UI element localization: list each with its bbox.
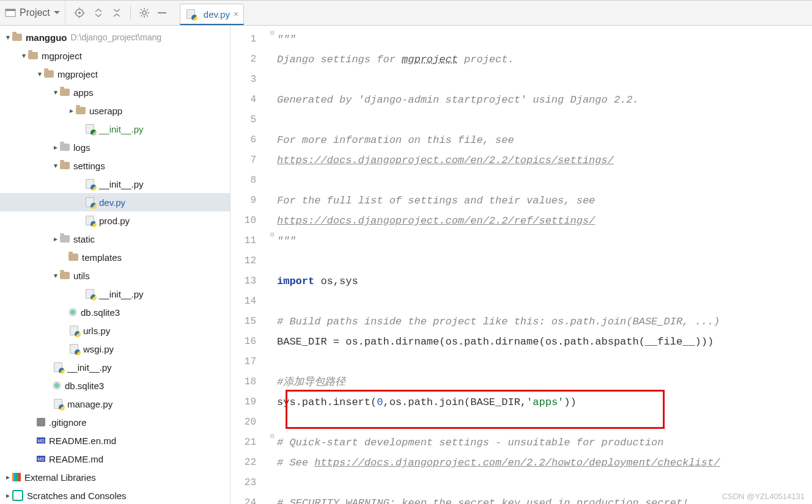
tree-item-settings[interactable]: ▾ settings [0, 156, 230, 175]
folder-icon [76, 107, 86, 114]
chevron-down-icon[interactable]: ▾ [51, 271, 60, 280]
tree-item-prod-py[interactable]: · prod.py [0, 211, 230, 230]
code-content[interactable]: """ Django settings for mgproject projec… [277, 26, 812, 504]
project-tree-panel[interactable]: ▾ mangguo D:\django_project\mang ▾ mgpro… [0, 26, 231, 504]
line-number: 21 [231, 433, 267, 453]
tree-node-label: Scratches and Consoles [27, 491, 127, 501]
line-number: 17 [231, 352, 267, 372]
markdown-icon: MD [37, 437, 45, 444]
watermark-text: CSDN @YZL40514131 [722, 492, 805, 501]
folder-icon [12, 34, 22, 41]
code-text: https://docs.djangoproject.com/en/2.2/to… [277, 155, 614, 166]
tree-node-label: __init__.py [99, 124, 144, 134]
tree-item-static[interactable]: ▸ static [0, 230, 230, 248]
chevron-right-icon[interactable]: ▸ [4, 491, 12, 500]
tree-root[interactable]: ▾ mangguo D:\django_project\mang [0, 28, 230, 46]
collapse-all-icon[interactable] [112, 8, 122, 18]
minimize-icon[interactable] [158, 9, 166, 17]
tree-item-userapp[interactable]: ▸ userapp [0, 101, 230, 120]
tree-node-label: templates [82, 252, 122, 263]
tree-node-label: utils [73, 271, 90, 281]
chevron-down-icon[interactable]: ▾ [51, 88, 60, 97]
tree-item-logs[interactable]: ▸ logs [0, 138, 230, 156]
tree-node-label: db.sqlite3 [65, 381, 104, 391]
fold-handle[interactable]: ⊟ [267, 231, 277, 251]
tree-item-wsgi[interactable]: · wsgi.py [0, 340, 230, 358]
code-text: project. [458, 54, 514, 65]
tree-item-settings-init[interactable]: · __init__.py [0, 175, 230, 193]
chevron-right-icon[interactable]: ▸ [4, 473, 12, 481]
tree-item-scratches[interactable]: ▸ Scratches and Consoles [0, 486, 230, 504]
tree-node-label: apps [73, 87, 94, 98]
chevron-down-icon[interactable]: ▾ [51, 161, 60, 170]
tree-node-label: logs [73, 142, 90, 153]
line-number: 3 [231, 70, 267, 90]
fold-handle[interactable]: ⊟ [267, 29, 277, 49]
line-number: 13 [231, 271, 267, 291]
tree-item-manage[interactable]: · manage.py [0, 395, 230, 413]
highlight-box [286, 390, 665, 429]
line-number: 22 [231, 453, 267, 473]
line-number: 24 [231, 493, 267, 504]
database-icon [68, 308, 77, 316]
tree-item-urls[interactable]: · urls.py [0, 321, 230, 340]
tree-item-gitignore[interactable]: · .gitignore [0, 413, 230, 431]
chevron-down-icon[interactable]: ▾ [4, 33, 12, 42]
line-number: 23 [231, 473, 267, 493]
markdown-icon: MD [37, 456, 45, 462]
tree-item-init-green[interactable]: · __init__.py [0, 120, 230, 138]
line-number: 12 [231, 251, 267, 271]
svg-line-14 [147, 15, 148, 16]
expand-all-icon[interactable] [94, 8, 103, 18]
tree-node-label: mgproject [42, 51, 82, 61]
tree-item-external-libraries[interactable]: ▸ External Libraries [0, 468, 230, 486]
tab-title: dev.py [204, 9, 230, 20]
svg-line-15 [141, 15, 142, 16]
chevron-down-icon[interactable]: ▾ [35, 70, 44, 78]
project-selector[interactable]: Project [0, 1, 65, 25]
code-text: Generated by 'django-admin startproject'… [277, 94, 639, 106]
tree-item-apps[interactable]: ▾ apps [0, 83, 230, 101]
chevron-right-icon[interactable]: ▸ [51, 235, 60, 243]
database-icon [53, 381, 61, 390]
line-number: 18 [231, 372, 267, 392]
tree-item-db2[interactable]: · db.sqlite3 [0, 376, 230, 395]
top-toolbar: Project dev.py × [0, 1, 812, 26]
editor-area: 1 2 3 4 5 6 7 8 9 10 11 12 13 14 15 16 1 [231, 26, 812, 504]
line-number: 15 [231, 312, 267, 332]
python-file-icon [53, 398, 64, 409]
tree-node-path: D:\django_project\mang [71, 32, 162, 42]
line-number: 11 [231, 231, 267, 251]
code-text: import [277, 276, 314, 287]
python-file-icon [84, 215, 95, 226]
tree-item-root-init[interactable]: · __init__.py [0, 358, 230, 376]
tree-item-mgproject-inner[interactable]: ▾ mgproject [0, 65, 230, 83]
code-editor[interactable]: 1 2 3 4 5 6 7 8 9 10 11 12 13 14 15 16 1 [231, 26, 812, 504]
tree-item-utils-init[interactable]: · __init__.py [0, 285, 230, 303]
svg-point-3 [78, 12, 81, 14]
tree-item-readme-en[interactable]: · MD README.en.md [0, 431, 230, 450]
line-number-gutter: 1 2 3 4 5 6 7 8 9 10 11 12 13 14 15 16 1 [231, 26, 267, 504]
toolbar-separator [130, 6, 131, 20]
tab-dev-py[interactable]: dev.py × [180, 4, 244, 25]
gear-icon[interactable] [139, 8, 149, 18]
code-text: mgproject [402, 54, 458, 65]
tree-item-db1[interactable]: · db.sqlite3 [0, 303, 230, 321]
tree-item-utils[interactable]: ▾ utils [0, 266, 230, 285]
fold-strip: ⊟ ⊟ ⊟ [267, 26, 277, 504]
chevron-right-icon[interactable]: ▸ [51, 143, 60, 152]
target-icon[interactable] [74, 7, 85, 18]
tree-item-readme[interactable]: · MD README.md [0, 450, 230, 468]
folder-icon [60, 272, 70, 279]
line-number: 14 [231, 291, 267, 312]
tree-item-mgproject[interactable]: ▾ mgproject [0, 46, 230, 65]
tree-item-templates[interactable]: · templates [0, 248, 230, 266]
tree-item-dev-py[interactable]: · dev.py [0, 193, 230, 211]
line-number: 6 [231, 130, 267, 150]
chevron-right-icon[interactable]: ▸ [67, 106, 76, 115]
fold-handle[interactable]: ⊟ [267, 433, 277, 453]
main-split: ▾ mangguo D:\django_project\mang ▾ mgpro… [0, 26, 812, 504]
close-tab-icon[interactable]: × [234, 10, 238, 18]
code-text: # See [277, 457, 314, 469]
chevron-down-icon[interactable]: ▾ [20, 51, 28, 60]
